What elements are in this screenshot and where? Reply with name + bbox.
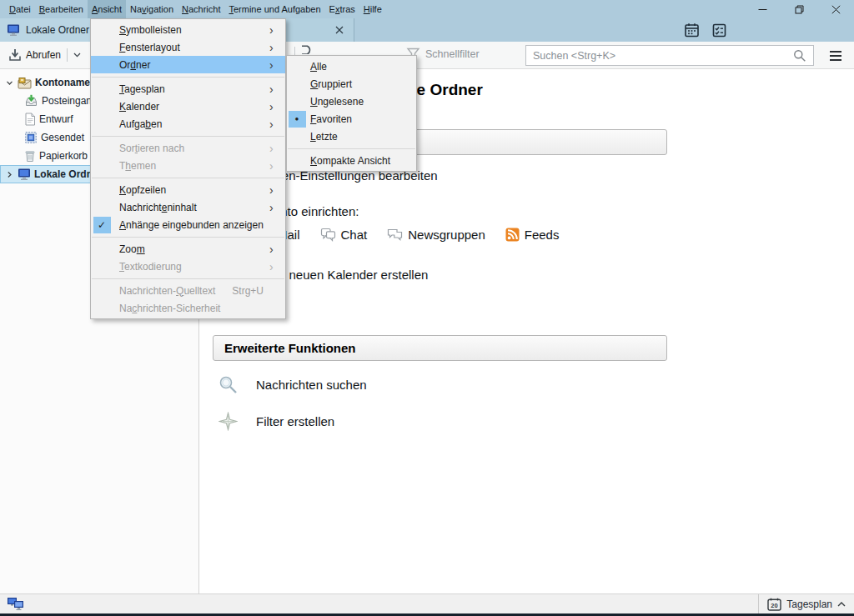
menu-item[interactable]: Nachrichten-Sicherheit › bbox=[91, 299, 285, 317]
menubar-item[interactable]: Hilfe bbox=[359, 0, 386, 18]
menu-item[interactable]: Alle › bbox=[287, 58, 416, 75]
menu-item-gutter bbox=[91, 157, 113, 174]
menu-item[interactable]: › bbox=[91, 73, 285, 80]
menu-item[interactable]: Letzte › bbox=[287, 128, 416, 145]
menu-item-gutter bbox=[287, 152, 307, 169]
checkmark-icon: ✓ bbox=[93, 217, 111, 233]
menu-item[interactable]: › bbox=[91, 174, 285, 181]
advanced-section-title: Erweiterte Funktionen bbox=[224, 341, 356, 355]
folder-submenu-popup: Alle › Gruppiert › Ungelesene › ● Favori… bbox=[286, 55, 417, 172]
menu-item-gutter bbox=[91, 282, 113, 299]
menubar-item[interactable]: Navigation bbox=[126, 0, 178, 18]
online-status-icon[interactable] bbox=[7, 597, 26, 611]
menu-item-gutter bbox=[91, 198, 113, 216]
submenu-arrow-icon: › bbox=[269, 261, 281, 273]
tab-actions bbox=[681, 20, 729, 40]
menu-item[interactable]: Zoom › bbox=[91, 240, 285, 258]
menu-item-gutter bbox=[91, 139, 113, 157]
menu-item[interactable]: Kopfzeilen › bbox=[91, 181, 285, 198]
menu-item[interactable]: Textkodierung › bbox=[91, 258, 285, 275]
tasks-icon bbox=[711, 23, 727, 38]
menu-item[interactable]: Nachrichteninhalt › bbox=[91, 198, 285, 216]
setup-account-link[interactable]: Newsgruppen bbox=[387, 228, 485, 242]
folder-icon bbox=[18, 168, 31, 181]
account-type-label: Feeds bbox=[525, 228, 560, 242]
menubar-item[interactable]: Ansicht bbox=[88, 0, 126, 18]
menu-item[interactable]: Ordner › bbox=[91, 56, 285, 73]
setup-account-link[interactable]: Feeds bbox=[505, 228, 560, 242]
setup-account-link[interactable]: Chat bbox=[320, 228, 368, 242]
menu-item-label: Tagesplan bbox=[119, 83, 269, 95]
app-menu-button[interactable] bbox=[824, 46, 847, 66]
menu-item[interactable]: ✓ Anhänge eingebunden anzeigen › bbox=[91, 216, 285, 233]
menu-item[interactable]: Aufgaben › bbox=[91, 115, 285, 133]
menu-item[interactable]: Kompakte Ansicht › bbox=[287, 152, 416, 169]
menubar-item[interactable]: Extras bbox=[325, 0, 359, 18]
account-type-icon bbox=[320, 228, 336, 242]
title-bar: Datei Bearbeiten Ansicht Navigation Nach… bbox=[0, 0, 854, 18]
menu-item[interactable]: Sortieren nach › bbox=[91, 139, 285, 157]
open-tasks-tab-button[interactable] bbox=[709, 20, 729, 40]
get-mail-button[interactable]: Abrufen bbox=[5, 44, 84, 66]
search-icon[interactable] bbox=[793, 49, 806, 63]
menubar-item[interactable]: Bearbeiten bbox=[35, 0, 88, 18]
menu-item[interactable]: Fensterlayout › bbox=[91, 38, 285, 56]
search-input[interactable] bbox=[526, 46, 813, 65]
menu-item[interactable]: ● Favoriten › bbox=[287, 110, 416, 128]
menu-item[interactable]: Tagesplan › bbox=[91, 80, 285, 98]
menu-item-gutter bbox=[91, 240, 113, 258]
menu-item-label: Nachrichteninhalt bbox=[119, 202, 269, 213]
close-icon bbox=[831, 5, 841, 14]
close-button[interactable] bbox=[817, 0, 854, 18]
tree-chevron-icon[interactable] bbox=[4, 79, 14, 87]
menu-item[interactable]: Gruppiert › bbox=[287, 75, 416, 93]
menu-item-label: Kompakte Ansicht bbox=[310, 155, 416, 167]
menu-item[interactable]: › bbox=[91, 133, 285, 139]
folder-label: Gesendet bbox=[41, 132, 84, 143]
view-menu-popup: Symbolleisten › Fensterlayout › Ordner ›… bbox=[90, 18, 286, 319]
quick-filter-button[interactable]: Schnellfilter bbox=[406, 47, 480, 61]
menu-item[interactable]: Nachrichten-Quelltext Strg+U › bbox=[91, 282, 285, 299]
menu-item-label: Textkodierung bbox=[119, 261, 269, 273]
menu-item-label: Gruppiert bbox=[310, 78, 416, 90]
menu-item-gutter bbox=[91, 21, 113, 38]
menu-item-label: Favoriten bbox=[310, 113, 416, 125]
submenu-arrow-icon: › bbox=[269, 59, 281, 71]
feature-icon bbox=[219, 375, 238, 394]
chevron-down-icon[interactable] bbox=[73, 53, 81, 58]
minimize-button[interactable] bbox=[744, 0, 781, 18]
today-pane-toggle[interactable]: 20 Tagesplan bbox=[758, 594, 854, 613]
menu-item-label: Themen bbox=[119, 160, 269, 172]
menubar-item-label: Nachricht bbox=[182, 4, 220, 14]
open-calendar-tab-button[interactable] bbox=[681, 20, 701, 40]
menu-item-gutter bbox=[287, 75, 307, 93]
menu-item[interactable]: Themen › bbox=[91, 157, 285, 174]
menubar-item[interactable]: Termine und Aufgaben bbox=[224, 0, 324, 18]
menu-item[interactable]: › bbox=[287, 145, 416, 152]
menubar-item[interactable]: Nachricht bbox=[178, 0, 224, 18]
menu-item[interactable]: › bbox=[91, 275, 285, 282]
tree-chevron-icon[interactable] bbox=[4, 171, 14, 178]
menu-item[interactable]: › bbox=[91, 233, 285, 240]
window-controls bbox=[744, 0, 854, 18]
advanced-section-header: Erweiterte Funktionen bbox=[213, 335, 667, 361]
restore-button[interactable] bbox=[781, 0, 817, 18]
menu-item-gutter bbox=[91, 258, 113, 275]
menu-item-gutter bbox=[287, 58, 307, 75]
menu-item-shortcut: Strg+U bbox=[232, 285, 264, 297]
menu-item-gutter bbox=[287, 93, 307, 110]
quick-filter-label: Schnellfilter bbox=[425, 48, 480, 60]
folder-icon bbox=[24, 131, 38, 144]
menu-item[interactable]: Ungelesene › bbox=[287, 93, 416, 110]
menu-item[interactable]: Kalender › bbox=[91, 98, 285, 115]
account-type-icon bbox=[505, 228, 520, 242]
menu-item-gutter bbox=[91, 181, 113, 198]
global-search bbox=[525, 45, 814, 66]
tab-close-icon[interactable] bbox=[333, 23, 346, 37]
status-bar: 20 Tagesplan bbox=[0, 593, 854, 613]
menubar-item[interactable]: Datei bbox=[5, 0, 35, 18]
folder-icon bbox=[24, 113, 36, 126]
advanced-feature-link[interactable]: Filter erstellen bbox=[219, 403, 367, 439]
advanced-feature-link[interactable]: Nachrichten suchen bbox=[219, 366, 367, 403]
menu-item[interactable]: Symbolleisten › bbox=[91, 21, 285, 38]
